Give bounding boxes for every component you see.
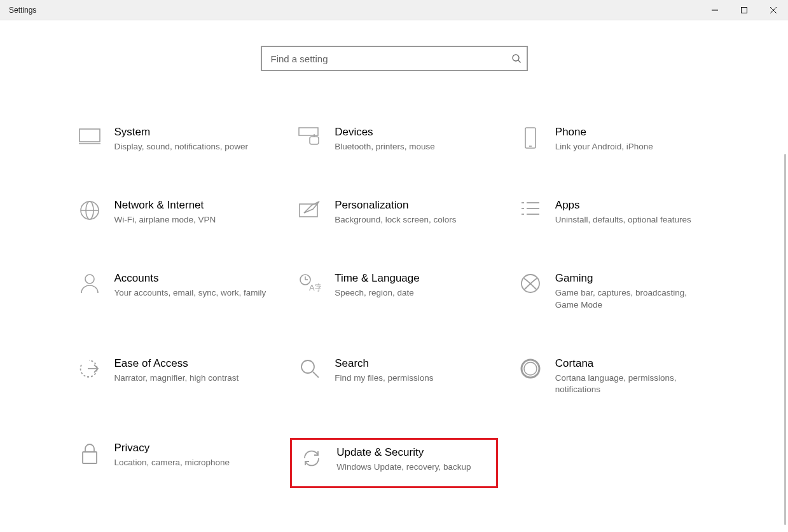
tile-desc: Game bar, captures, broadcasting, Game M… <box>555 287 709 311</box>
svg-rect-16 <box>300 204 317 217</box>
tile-desc: Your accounts, email, sync, work, family <box>114 287 266 299</box>
tile-title: Network & Internet <box>114 199 216 212</box>
svg-line-5 <box>518 60 521 63</box>
scrollbar-thumb[interactable] <box>784 154 786 525</box>
tile-title: Phone <box>555 126 653 139</box>
tile-title: Ease of Access <box>114 357 239 370</box>
tile-desc: Background, lock screen, colors <box>335 214 456 226</box>
xbox-icon <box>515 272 546 294</box>
window-title: Settings <box>0 6 36 15</box>
minimize-button[interactable] <box>700 0 729 20</box>
close-icon <box>770 7 777 13</box>
svg-rect-8 <box>299 128 318 135</box>
tile-network[interactable]: Network & Internet Wi-Fi, airplane mode,… <box>70 195 278 230</box>
sync-icon <box>296 446 328 469</box>
tile-title: Devices <box>335 126 435 139</box>
tile-gaming[interactable]: Gaming Game bar, captures, broadcasting,… <box>511 268 719 315</box>
tile-desc: Display, sound, notifications, power <box>114 141 249 153</box>
svg-rect-1 <box>742 7 747 13</box>
tile-title: Accounts <box>114 272 266 285</box>
tile-title: Update & Security <box>336 446 471 459</box>
svg-line-31 <box>313 372 319 378</box>
tile-search[interactable]: Search Find my files, permissions <box>290 353 498 400</box>
content-area: System Display, sound, notifications, po… <box>0 46 788 532</box>
tile-desc: Find my files, permissions <box>335 372 433 385</box>
tile-phone[interactable]: Phone Link your Android, iPhone <box>511 122 719 157</box>
maximize-icon <box>741 7 747 13</box>
settings-grid: System Display, sound, notifications, po… <box>70 122 719 488</box>
svg-point-30 <box>301 360 314 373</box>
tile-desc: Link your Android, iPhone <box>555 141 653 153</box>
tile-title: Cortana <box>555 357 709 370</box>
tile-title: Apps <box>555 199 691 212</box>
phone-icon <box>515 126 546 149</box>
tile-time-language[interactable]: A字 Time & Language Speech, region, date <box>290 268 498 315</box>
tile-desc: Speech, region, date <box>335 287 420 299</box>
tile-title: Gaming <box>555 272 709 285</box>
svg-rect-34 <box>83 452 97 463</box>
tile-desc: Location, camera, microphone <box>114 457 230 469</box>
titlebar: Settings <box>0 0 788 20</box>
tile-desc: Cortana language, permissions, notificat… <box>555 372 709 397</box>
tile-desc: Narrator, magnifier, high contrast <box>114 372 239 385</box>
window-controls <box>700 0 788 20</box>
svg-text:A字: A字 <box>309 283 321 292</box>
list-icon <box>515 199 546 217</box>
search-box <box>261 46 528 71</box>
svg-point-33 <box>524 362 537 375</box>
ease-of-access-icon <box>74 357 106 379</box>
system-icon <box>74 126 106 145</box>
tile-cortana[interactable]: Cortana Cortana language, permissions, n… <box>511 353 719 400</box>
tile-devices[interactable]: Devices Bluetooth, printers, mouse <box>290 122 498 157</box>
tile-privacy[interactable]: Privacy Location, camera, microphone <box>70 438 278 488</box>
person-icon <box>74 272 106 294</box>
cortana-icon <box>515 357 546 379</box>
tile-title: Time & Language <box>335 272 420 285</box>
scrollbar[interactable] <box>783 154 787 532</box>
time-language-icon: A字 <box>294 272 326 292</box>
tile-accounts[interactable]: Accounts Your accounts, email, sync, wor… <box>70 268 278 315</box>
devices-icon <box>294 126 326 146</box>
tile-desc: Wi-Fi, airplane mode, VPN <box>114 214 216 226</box>
maximize-button[interactable] <box>729 0 759 20</box>
globe-icon <box>74 199 106 221</box>
tile-title: System <box>114 126 249 139</box>
tile-desc: Uninstall, defaults, optional features <box>555 214 691 226</box>
tile-title: Search <box>335 357 433 370</box>
tile-apps[interactable]: Apps Uninstall, defaults, optional featu… <box>511 195 719 230</box>
tile-personalization[interactable]: Personalization Background, lock screen,… <box>290 195 498 230</box>
tile-title: Personalization <box>335 199 456 212</box>
svg-rect-11 <box>525 128 536 148</box>
close-button[interactable] <box>759 0 788 20</box>
search-input[interactable] <box>261 46 528 71</box>
svg-point-23 <box>85 275 94 283</box>
svg-rect-6 <box>79 129 100 142</box>
tile-ease-of-access[interactable]: Ease of Access Narrator, magnifier, high… <box>70 353 278 400</box>
paintbrush-icon <box>294 199 326 219</box>
svg-rect-9 <box>310 137 319 144</box>
tile-update-security[interactable]: Update & Security Windows Update, recove… <box>290 438 498 488</box>
tile-desc: Windows Update, recovery, backup <box>336 461 471 474</box>
search-icon <box>511 46 522 71</box>
magnifier-icon <box>294 357 326 379</box>
tile-title: Privacy <box>114 442 230 454</box>
svg-point-4 <box>513 55 519 61</box>
minimize-icon <box>712 7 718 13</box>
lock-icon <box>74 442 106 465</box>
tile-system[interactable]: System Display, sound, notifications, po… <box>70 122 278 157</box>
tile-desc: Bluetooth, printers, mouse <box>335 141 435 153</box>
